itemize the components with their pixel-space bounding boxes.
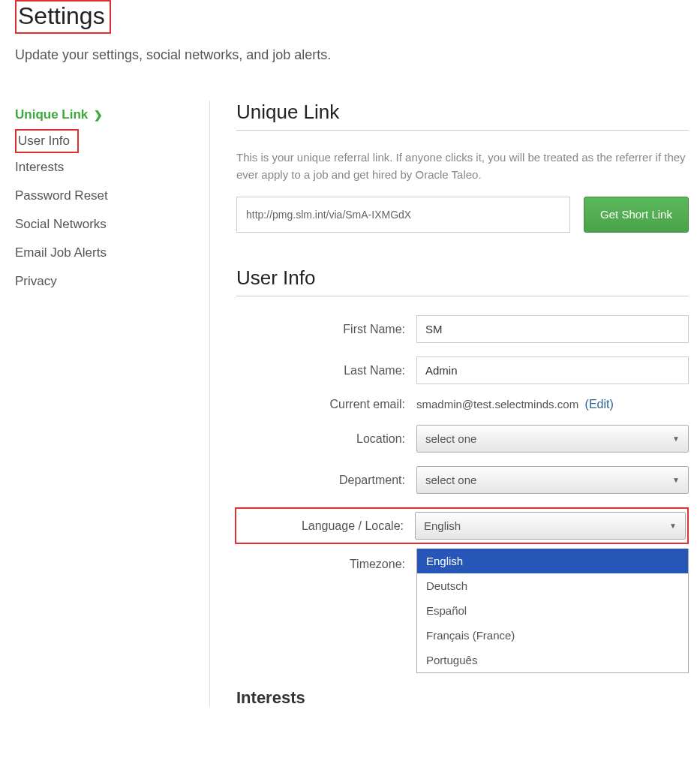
- edit-email-link[interactable]: (Edit): [585, 398, 614, 411]
- dropdown-arrow-icon: ▼: [672, 435, 680, 443]
- page-title: Settings: [15, 0, 111, 34]
- main-content: Unique Link This is your unique referral…: [210, 101, 700, 708]
- sidebar-item-email-job-alerts[interactable]: Email Job Alerts: [15, 239, 194, 267]
- department-label: Department:: [236, 474, 416, 487]
- language-select[interactable]: English ▼: [415, 512, 686, 540]
- settings-sidebar: Unique Link ❯ User Info Interests Passwo…: [0, 101, 210, 708]
- page-subtitle: Update your settings, social networks, a…: [15, 47, 700, 63]
- location-label: Location:: [236, 432, 416, 446]
- divider: [236, 296, 689, 296]
- sidebar-item-label: Unique Link: [15, 107, 88, 122]
- sidebar-item-unique-link[interactable]: Unique Link ❯: [15, 101, 194, 129]
- section-title-user-info: User Info: [236, 266, 689, 290]
- section-title-unique-link: Unique Link: [236, 101, 689, 124]
- sidebar-item-label: Interests: [15, 160, 64, 175]
- first-name-input[interactable]: [416, 315, 689, 343]
- sidebar-item-label: Password Reset: [15, 188, 108, 203]
- sidebar-item-label: Privacy: [15, 274, 57, 289]
- unique-link-description: This is your unique referral link. If an…: [236, 149, 689, 183]
- language-dropdown-list: English Deutsch Español Français (France…: [416, 549, 689, 673]
- section-title-interests: Interests: [236, 688, 689, 708]
- current-email-label: Current email:: [236, 398, 416, 411]
- department-select-value: select one: [425, 474, 476, 486]
- language-option-portugues[interactable]: Português: [417, 648, 688, 672]
- sidebar-item-social-networks[interactable]: Social Networks: [15, 210, 194, 239]
- language-option-francais[interactable]: Français (France): [417, 623, 688, 648]
- divider: [236, 130, 689, 131]
- chevron-right-icon: ❯: [94, 109, 103, 121]
- location-select[interactable]: select one ▼: [416, 425, 689, 453]
- sidebar-item-label: Email Job Alerts: [15, 245, 107, 260]
- language-option-deutsch[interactable]: Deutsch: [417, 573, 688, 598]
- department-select[interactable]: select one ▼: [416, 466, 689, 494]
- timezone-label: Timezone:: [236, 549, 416, 571]
- sidebar-item-label: Social Networks: [15, 217, 107, 232]
- current-email-value: smadmin@test.selectminds.com: [416, 398, 578, 411]
- language-option-espanol[interactable]: Español: [417, 598, 688, 623]
- language-option-english[interactable]: English: [417, 549, 688, 573]
- sidebar-item-privacy[interactable]: Privacy: [15, 267, 194, 296]
- get-short-link-button[interactable]: Get Short Link: [584, 197, 689, 233]
- sidebar-item-password-reset[interactable]: Password Reset: [15, 182, 194, 210]
- sidebar-item-interests[interactable]: Interests: [15, 153, 194, 182]
- last-name-label: Last Name:: [236, 364, 416, 377]
- referral-link-input[interactable]: [236, 197, 570, 233]
- sidebar-item-user-info[interactable]: User Info: [15, 129, 79, 153]
- location-select-value: select one: [425, 432, 476, 445]
- dropdown-arrow-icon: ▼: [672, 476, 680, 484]
- language-select-value: English: [424, 519, 461, 532]
- first-name-label: First Name:: [236, 323, 416, 336]
- last-name-input[interactable]: [416, 356, 689, 384]
- dropdown-arrow-icon: ▼: [669, 522, 677, 530]
- language-label: Language / Locale:: [236, 519, 415, 533]
- sidebar-item-label: User Info: [18, 134, 70, 149]
